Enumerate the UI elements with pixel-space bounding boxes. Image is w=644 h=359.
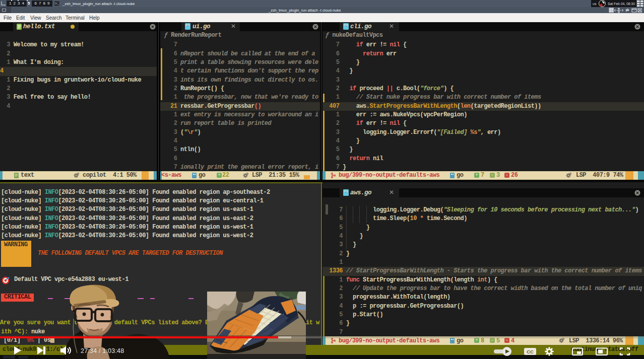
svg-text:CC: CC — [527, 349, 534, 354]
